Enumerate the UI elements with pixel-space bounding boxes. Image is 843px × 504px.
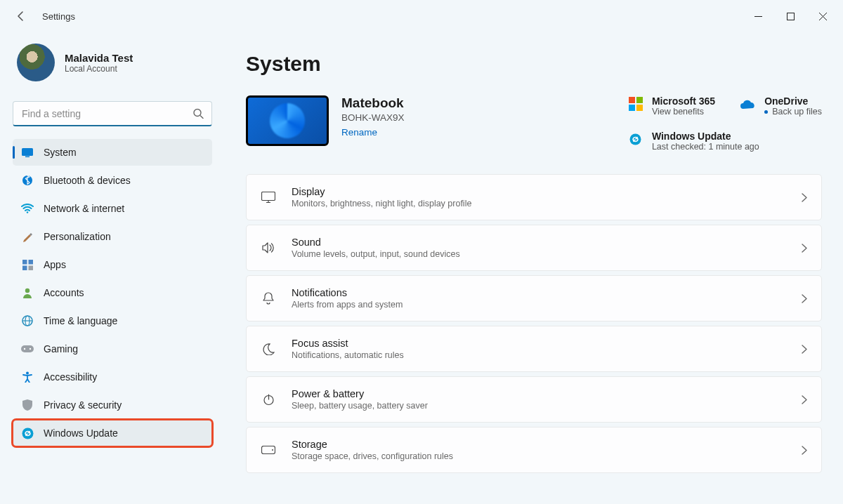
settings-card-focus-assist[interactable]: Focus assistNotifications, automatic rul…	[246, 326, 822, 372]
tile-subtitle: Last checked: 1 minute ago	[652, 142, 759, 152]
card-subtitle: Monitors, brightness, night light, displ…	[292, 199, 786, 208]
minimize-icon	[754, 13, 762, 20]
svg-rect-2	[22, 148, 33, 156]
device-name: Matebook	[341, 95, 405, 111]
back-button[interactable]	[10, 5, 32, 27]
gamepad-icon	[21, 343, 34, 355]
tile-title: OneDrive	[764, 95, 822, 107]
titlebar: Settings	[0, 0, 843, 32]
sidebar-item-accessibility[interactable]: Accessibility	[13, 364, 212, 390]
svg-rect-3	[25, 156, 30, 157]
card-subtitle: Alerts from apps and system	[292, 300, 786, 310]
search-input[interactable]	[13, 101, 212, 126]
main-panel: System Matebook BOHK-WAX9X Rename Micros…	[225, 32, 843, 504]
update-icon	[21, 427, 34, 439]
sidebar-item-privacy-security[interactable]: Privacy & security	[13, 392, 212, 418]
accessibility-icon	[21, 371, 34, 383]
storage-icon	[261, 446, 276, 454]
sidebar-item-label: Network & internet	[44, 203, 124, 214]
svg-point-5	[27, 211, 29, 213]
card-subtitle: Volume levels, output, input, sound devi…	[292, 249, 786, 259]
power-icon	[261, 394, 276, 406]
sidebar-item-windows-update[interactable]: Windows Update	[13, 420, 212, 446]
card-subtitle: Notifications, automatic rules	[292, 350, 786, 360]
svg-rect-0	[787, 13, 794, 20]
back-arrow-icon	[15, 11, 27, 22]
sidebar-item-label: Privacy & security	[44, 399, 122, 411]
profile-account-type: Local Account	[65, 64, 133, 74]
close-button[interactable]	[806, 3, 839, 29]
sidebar-item-personalization[interactable]: Personalization	[13, 223, 212, 250]
sidebar-item-label: Accounts	[44, 287, 84, 298]
svg-point-18	[630, 133, 641, 145]
brush-icon	[21, 230, 34, 243]
profile-block[interactable]: Malavida Test Local Account	[13, 35, 212, 94]
settings-card-power-battery[interactable]: Power & batterySleep, battery usage, bat…	[246, 376, 822, 423]
microsoft-icon	[628, 96, 643, 112]
sidebar-item-apps[interactable]: Apps	[13, 251, 212, 278]
card-title: Display	[292, 186, 786, 197]
shield-icon	[21, 399, 34, 411]
chevron-right-icon	[802, 395, 807, 404]
onedrive-icon	[740, 96, 756, 112]
settings-card-sound[interactable]: SoundVolume levels, output, input, sound…	[246, 225, 822, 271]
minimize-button[interactable]	[742, 3, 774, 29]
svg-rect-7	[28, 260, 33, 265]
sidebar-item-network-internet[interactable]: Network & internet	[13, 195, 212, 222]
maximize-button[interactable]	[774, 3, 806, 29]
tile-title: Microsoft 365	[652, 95, 715, 107]
sidebar-item-system[interactable]: System	[13, 139, 212, 166]
info-row: Matebook BOHK-WAX9X Rename Microsoft 365…	[246, 95, 822, 152]
display-icon	[261, 192, 276, 203]
bluetooth-icon	[21, 174, 34, 187]
chevron-right-icon	[802, 294, 807, 303]
settings-card-storage[interactable]: StorageStorage space, drives, configurat…	[246, 427, 822, 473]
sidebar-item-label: System	[44, 147, 77, 158]
card-title: Sound	[292, 237, 786, 248]
bloom-icon	[270, 103, 305, 138]
sidebar-item-label: Time & language	[44, 315, 117, 326]
rename-link[interactable]: Rename	[341, 127, 405, 138]
sidebar-item-label: Personalization	[44, 231, 111, 242]
sound-icon	[261, 242, 276, 253]
page-title: System	[246, 52, 822, 76]
chevron-right-icon	[802, 193, 807, 202]
settings-cards: DisplayMonitors, brightness, night light…	[246, 174, 822, 473]
sidebar-item-gaming[interactable]: Gaming	[13, 336, 212, 362]
window-title: Settings	[42, 11, 75, 22]
nav: SystemBluetooth & devicesNetwork & inter…	[13, 139, 212, 446]
window-controls	[742, 3, 839, 29]
sidebar: Malavida Test Local Account SystemBlueto…	[0, 32, 225, 504]
promo-tile-windows-update[interactable]: Windows UpdateLast checked: 1 minute ago	[628, 131, 822, 152]
promo-tile-onedrive[interactable]: OneDriveBack up files	[740, 95, 822, 117]
card-subtitle: Storage space, drives, configuration rul…	[292, 451, 786, 461]
chevron-right-icon	[802, 345, 807, 354]
sidebar-item-bluetooth-devices[interactable]: Bluetooth & devices	[13, 167, 212, 194]
settings-card-display[interactable]: DisplayMonitors, brightness, night light…	[246, 174, 822, 220]
promo-tile-microsoft-[interactable]: Microsoft 365View benefits	[628, 95, 715, 117]
device-model: BOHK-WAX9X	[341, 112, 405, 123]
card-subtitle: Sleep, battery usage, battery saver	[292, 401, 786, 411]
sidebar-item-label: Bluetooth & devices	[44, 175, 131, 186]
maximize-icon	[787, 13, 795, 20]
sidebar-item-label: Windows Update	[44, 427, 118, 439]
svg-point-16	[26, 372, 29, 375]
svg-point-10	[25, 288, 30, 292]
promo-tiles: Microsoft 365View benefitsOneDriveBack u…	[628, 95, 822, 152]
avatar	[17, 44, 55, 81]
svg-rect-19	[262, 192, 275, 201]
svg-point-15	[30, 348, 31, 350]
search-wrap	[13, 101, 212, 126]
device-block: Matebook BOHK-WAX9X Rename	[246, 95, 610, 146]
svg-point-17	[22, 427, 33, 439]
tile-subtitle: Back up files	[764, 107, 822, 117]
svg-rect-9	[28, 265, 33, 270]
svg-rect-6	[22, 260, 27, 265]
sidebar-item-accounts[interactable]: Accounts	[13, 279, 212, 306]
settings-card-notifications[interactable]: NotificationsAlerts from apps and system	[246, 275, 822, 321]
svg-rect-13	[21, 345, 34, 352]
tile-subtitle: View benefits	[652, 107, 715, 117]
sidebar-item-time-language[interactable]: Time & language	[13, 307, 212, 334]
chevron-right-icon	[802, 446, 807, 455]
profile-name: Malavida Test	[65, 52, 133, 64]
